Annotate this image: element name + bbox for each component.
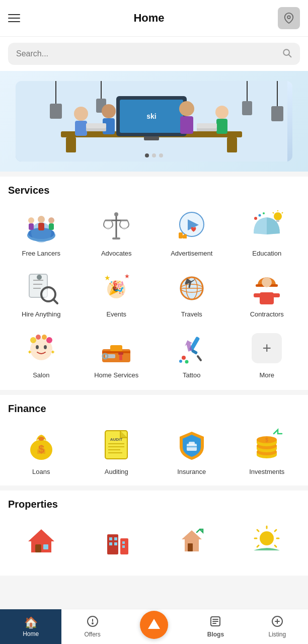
nav-offers-label: Offers bbox=[84, 631, 100, 638]
service-tattoo[interactable]: Tattoo bbox=[157, 326, 227, 382]
nav-blogs[interactable]: Blogs bbox=[185, 609, 246, 644]
svg-point-76 bbox=[262, 277, 272, 287]
service-events[interactable]: 🎉 ★ ★ Events bbox=[82, 265, 152, 321]
svg-point-83 bbox=[30, 337, 36, 343]
advertisement-icon bbox=[174, 208, 210, 245]
svg-rect-5 bbox=[66, 137, 76, 152]
service-advertisement[interactable]: Advertisement bbox=[157, 204, 227, 260]
svg-text:✦: ✦ bbox=[50, 349, 55, 356]
svg-rect-28 bbox=[86, 123, 106, 128]
svg-line-141 bbox=[257, 530, 259, 531]
finance-loans[interactable]: $ Loans bbox=[6, 423, 76, 477]
advocates-icon bbox=[98, 208, 134, 245]
service-freelancers[interactable]: Free Lancers bbox=[6, 204, 76, 260]
search-input[interactable] bbox=[16, 49, 282, 58]
land-icon bbox=[98, 522, 134, 558]
house-icon bbox=[23, 522, 59, 558]
center-logo-button[interactable] bbox=[140, 611, 168, 639]
more-label: More bbox=[259, 371, 274, 380]
banner: ski bbox=[0, 71, 308, 172]
insurance-label: Insurance bbox=[177, 468, 206, 475]
svg-point-0 bbox=[287, 16, 290, 19]
events-icon: 🎉 ★ ★ bbox=[98, 269, 134, 305]
svg-point-103 bbox=[38, 437, 44, 441]
svg-point-85 bbox=[42, 335, 47, 340]
travels-label: Travels bbox=[181, 310, 202, 319]
service-more[interactable]: + More bbox=[232, 326, 302, 382]
salon-icon-box: ✦ ✦ bbox=[21, 328, 61, 368]
property-house[interactable] bbox=[6, 518, 76, 566]
center-logo-icon bbox=[146, 617, 162, 633]
insurance-icon bbox=[174, 427, 210, 463]
svg-rect-26 bbox=[216, 119, 227, 134]
auditing-icon: AUDiT bbox=[98, 427, 134, 463]
svg-rect-36 bbox=[38, 223, 44, 230]
svg-text:★: ★ bbox=[124, 273, 130, 280]
offers-nav-icon bbox=[87, 615, 99, 630]
finance-auditing[interactable]: AUDiT Auditing bbox=[82, 423, 152, 477]
banner-dot-1[interactable] bbox=[145, 153, 149, 157]
svg-rect-134 bbox=[122, 545, 125, 548]
finance-investments[interactable]: $ Investments bbox=[232, 423, 302, 477]
banner-dots bbox=[145, 153, 163, 157]
services-grid: Free Lancers bbox=[6, 204, 302, 382]
finance-insurance[interactable]: Insurance bbox=[157, 423, 227, 477]
home-nav-icon: 🏠 bbox=[24, 616, 38, 629]
property-commercial[interactable] bbox=[157, 518, 227, 566]
svg-rect-6 bbox=[227, 137, 237, 152]
svg-line-98 bbox=[198, 356, 201, 360]
svg-rect-135 bbox=[188, 543, 193, 551]
service-travels[interactable]: Travels bbox=[157, 265, 227, 321]
service-hire-anything[interactable]: Hire Anything bbox=[6, 265, 76, 321]
svg-rect-24 bbox=[180, 116, 193, 134]
service-education[interactable]: Education bbox=[232, 204, 302, 260]
svg-line-140 bbox=[275, 545, 276, 547]
nav-listing[interactable]: Listing bbox=[247, 609, 308, 644]
nav-home-label: Home bbox=[23, 630, 39, 637]
banner-dot-3[interactable] bbox=[159, 153, 163, 157]
property-land[interactable] bbox=[82, 518, 152, 566]
nav-center[interactable] bbox=[123, 609, 185, 644]
services-title: Services bbox=[6, 185, 302, 196]
nav-offers[interactable]: Offers bbox=[61, 609, 123, 644]
svg-rect-113 bbox=[189, 442, 195, 445]
land-icon-box bbox=[96, 520, 136, 560]
finance-title: Finance bbox=[6, 403, 302, 415]
svg-line-53 bbox=[273, 212, 274, 213]
listing-nav-icon bbox=[271, 615, 283, 630]
events-label: Events bbox=[106, 310, 126, 319]
salon-label: Salon bbox=[33, 371, 49, 380]
service-contractors[interactable]: Contractors bbox=[232, 265, 302, 321]
advocates-label: Advocates bbox=[101, 250, 132, 258]
svg-rect-40 bbox=[49, 223, 54, 230]
service-advocates[interactable]: Advocates bbox=[82, 204, 152, 260]
svg-rect-91 bbox=[110, 345, 122, 351]
svg-rect-18 bbox=[271, 106, 283, 121]
nav-home[interactable]: 🏠 Home bbox=[0, 609, 61, 644]
service-home-services[interactable]: Home Services bbox=[82, 326, 152, 382]
service-salon[interactable]: ✦ ✦ Salon bbox=[6, 326, 76, 382]
investments-label: Investments bbox=[249, 468, 284, 475]
home-services-icon bbox=[98, 330, 134, 366]
menu-button[interactable] bbox=[8, 14, 20, 22]
search-icon[interactable] bbox=[282, 48, 292, 60]
salon-icon: ✦ ✦ bbox=[23, 330, 59, 366]
investments-icon-box: $ bbox=[247, 425, 287, 465]
svg-point-35 bbox=[38, 216, 45, 223]
svg-rect-49 bbox=[179, 232, 183, 238]
hire-anything-icon bbox=[23, 269, 59, 305]
location-button[interactable] bbox=[278, 7, 300, 29]
tattoo-label: Tattoo bbox=[183, 371, 200, 380]
banner-dot-2[interactable] bbox=[152, 153, 156, 157]
loans-icon-box: $ bbox=[21, 425, 61, 465]
insurance-icon-box bbox=[172, 425, 212, 465]
svg-point-99 bbox=[182, 356, 186, 360]
svg-rect-132 bbox=[114, 542, 117, 545]
svg-line-138 bbox=[275, 530, 276, 531]
svg-point-100 bbox=[179, 360, 182, 363]
search-bar bbox=[8, 43, 300, 65]
search-container bbox=[0, 37, 308, 71]
svg-text:🎉: 🎉 bbox=[108, 280, 125, 296]
property-outdoor[interactable] bbox=[232, 518, 302, 566]
loans-label: Loans bbox=[32, 468, 50, 475]
